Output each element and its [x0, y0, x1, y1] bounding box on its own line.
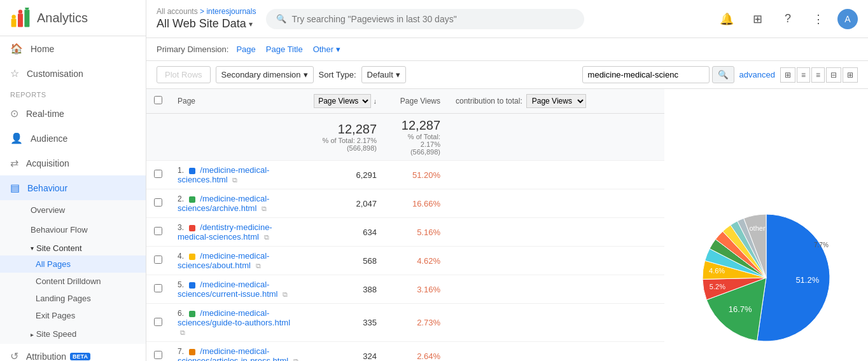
row-num: 4. [178, 252, 184, 261]
search-input[interactable] [291, 14, 574, 24]
apps-icon[interactable]: ⊞ [746, 8, 769, 31]
row-percent: 2.64% [384, 342, 448, 362]
copy-icon[interactable]: ⧉ [264, 233, 269, 241]
filter-search-button[interactable]: 🔍 [712, 66, 734, 83]
table-row: 7. /medicine-medical-sciences/articles-i… [146, 342, 664, 362]
topbar-left: All accounts > interesjournals All Web S… [157, 7, 256, 31]
primary-dim-label: Primary Dimension: [157, 44, 228, 54]
pie-chart: 51.2%16.7%5.2%4.6%other7.7% [690, 201, 843, 354]
realtime-icon: ⊙ [10, 107, 18, 119]
row-checkbox-1[interactable] [154, 198, 162, 207]
view-pivot-icon[interactable]: ⊟ [826, 67, 841, 83]
sidebar-content-drilldown[interactable]: Content Drilldown [0, 273, 146, 290]
svg-point-5 [25, 8, 29, 10]
plot-rows-button[interactable]: Plot Rows [157, 66, 211, 83]
breadcrumb-account[interactable]: All accounts [157, 7, 198, 16]
data-table: Page Page Views ↓ Page Views [146, 89, 664, 361]
svg-rect-2 [24, 10, 29, 27]
row-bar-cell [448, 247, 664, 275]
sidebar-item-attribution[interactable]: ↺ Attribution BETA [0, 344, 146, 361]
sort-arrow: ▾ [396, 70, 400, 79]
copy-icon[interactable]: ⧉ [256, 262, 261, 269]
row-percent: 5.16% [384, 218, 448, 247]
secondary-dim-arrow: ▾ [304, 70, 308, 79]
row-bar-cell [448, 342, 664, 362]
col-header-pageviews-dropdown[interactable]: Page Views ↓ [306, 89, 384, 114]
copy-icon[interactable]: ⧉ [180, 329, 185, 336]
table-row: 2. /medicine-medical-sciences/archive.ht… [146, 189, 664, 218]
row-bar-cell [448, 275, 664, 304]
row-views: 335 [306, 304, 384, 342]
audience-icon: 👤 [10, 132, 23, 144]
secondary-dimension-selector[interactable]: Secondary dimension ▾ [216, 66, 314, 83]
row-checkbox-2[interactable] [154, 227, 162, 235]
main-content: All accounts > interesjournals All Web S… [146, 0, 868, 361]
filter-area: 🔍 advanced ⊞ ≡ ≡ ⊟ ⊞ [582, 66, 858, 83]
row-checkbox-4[interactable] [154, 284, 162, 292]
advanced-link[interactable]: advanced [739, 70, 775, 79]
sidebar-audience-label: Audience [31, 133, 67, 144]
sidebar-home-label: Home [31, 44, 54, 54]
row-bar-cell [448, 189, 664, 218]
sidebar-behaviour-overview[interactable]: Overview [0, 200, 146, 220]
row-checkbox-3[interactable] [154, 255, 162, 264]
sidebar-site-content[interactable]: ▾ Site Content [0, 240, 146, 255]
view-table-icon[interactable]: ⊞ [780, 67, 795, 83]
sidebar-all-pages[interactable]: All Pages [0, 255, 146, 273]
sidebar-item-acquisition[interactable]: ⇄ Acquisition [0, 151, 146, 175]
topbar: All accounts > interesjournals All Web S… [146, 0, 868, 38]
row-color-dot [189, 225, 195, 231]
sidebar-item-audience[interactable]: 👤 Audience [0, 126, 146, 151]
row-checkbox-5[interactable] [154, 318, 162, 326]
pie-label-1: 16.7% [729, 304, 752, 313]
table-row: 4. /medicine-medical-sciences/about.html… [146, 247, 664, 275]
table-row: 6. /medicine-medical-sciences/guide-to-a… [146, 304, 664, 342]
row-num: 5. [178, 280, 184, 289]
sidebar-attribution-label: Attribution [26, 351, 66, 362]
copy-icon[interactable]: ⧉ [293, 357, 298, 361]
copy-icon[interactable]: ⧉ [283, 290, 288, 298]
contribution-select[interactable]: Page Views [526, 94, 586, 108]
totals-row: 12,287 % of Total: 2.17% (566,898) 12,28… [146, 114, 664, 161]
row-checkbox-6[interactable] [154, 351, 162, 359]
dim-page-title[interactable]: Page Title [263, 43, 305, 55]
view-scatter-icon[interactable]: ⊞ [843, 67, 858, 83]
copy-icon[interactable]: ⧉ [232, 176, 237, 184]
sort-type-selector[interactable]: Default ▾ [361, 66, 406, 83]
row-color-dot [189, 168, 195, 174]
sidebar-item-home[interactable]: 🏠 Home [0, 36, 146, 61]
pie-chart-area: 51.2%16.7%5.2%4.6%other7.7% [664, 89, 868, 361]
sidebar-landing-pages[interactable]: Landing Pages [0, 290, 146, 307]
view-comparison-icon[interactable]: ≡ [797, 67, 810, 83]
sidebar-exit-pages[interactable]: Exit Pages [0, 307, 146, 324]
pageviews-select[interactable]: Page Views [314, 94, 371, 108]
sidebar-behaviour-label: Behaviour [27, 183, 67, 193]
toolbar: Plot Rows Secondary dimension ▾ Sort Typ… [146, 61, 868, 89]
view-bar-icon[interactable]: ≡ [811, 67, 825, 83]
avatar[interactable]: A [837, 9, 858, 29]
dim-other[interactable]: Other ▾ [311, 43, 343, 55]
row-percent: 16.66% [384, 189, 448, 218]
col-header-contribution: contribution to total: Page Views [448, 89, 664, 114]
more-icon[interactable]: ⋮ [807, 8, 830, 31]
filter-input[interactable] [582, 66, 710, 83]
sidebar-behaviour-flow[interactable]: Behaviour Flow [0, 220, 146, 240]
table-row: 1. /medicine-medical-sciences.html ⧉ 6,2… [146, 161, 664, 189]
dim-page[interactable]: Page [234, 43, 258, 55]
sidebar-item-behaviour[interactable]: ▤ Behaviour [0, 175, 146, 200]
breadcrumb: All accounts > interesjournals [157, 7, 256, 16]
help-icon[interactable]: ? [776, 8, 799, 31]
row-checkbox-0[interactable] [154, 170, 162, 178]
property-name: All Web Site Data [157, 17, 246, 31]
select-all-checkbox[interactable] [154, 96, 162, 104]
svg-rect-1 [18, 14, 23, 27]
property-selector[interactable]: All Web Site Data ▾ [157, 17, 256, 31]
sidebar-item-realtime[interactable]: ⊙ Real-time [0, 101, 146, 126]
sidebar-item-customisation[interactable]: ☆ Customisation [0, 61, 146, 86]
copy-icon[interactable]: ⧉ [262, 205, 267, 212]
row-bar-cell [448, 161, 664, 189]
notifications-icon[interactable]: 🔔 [715, 8, 738, 31]
sidebar-realtime-label: Real-time [26, 109, 64, 119]
sidebar-site-speed[interactable]: ▸ Site Speed [0, 324, 146, 344]
breadcrumb-separator: > [200, 7, 206, 16]
